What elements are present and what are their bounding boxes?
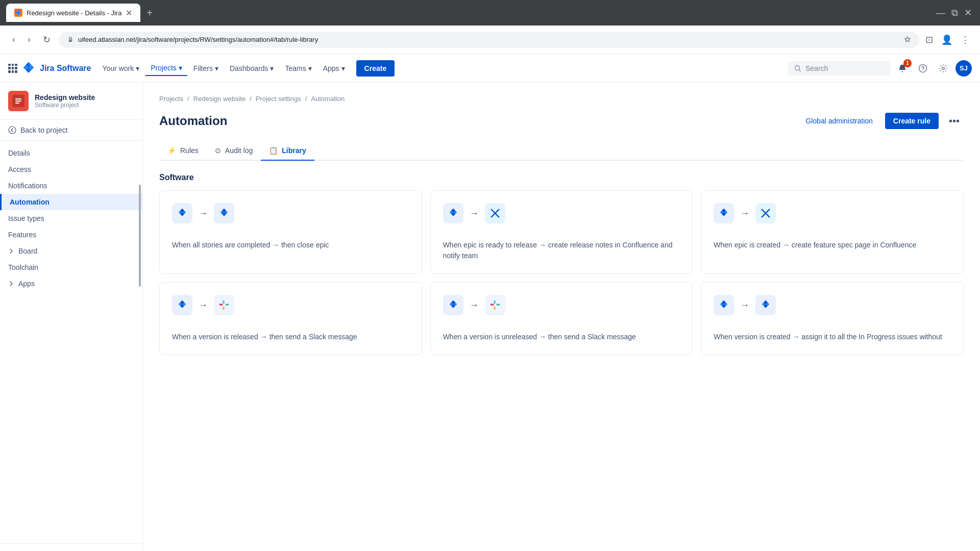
extensions-btn[interactable]: ⊡ — [923, 32, 935, 47]
svg-rect-23 — [494, 307, 496, 308]
details-label: Details — [8, 149, 30, 157]
profile-btn[interactable]: 👤 — [939, 32, 954, 47]
card-epic-release[interactable]: → When epic is ready to release → create… — [430, 190, 693, 274]
settings-btn[interactable] — [935, 60, 951, 77]
browser-window-controls: — ⧉ ✕ — [934, 5, 974, 20]
browser-chrome: Redesign website - Details - Jira ✕ + — … — [0, 0, 980, 26]
star-icon[interactable] — [904, 36, 911, 43]
page-header-actions: Global administration Create rule ••• — [799, 113, 964, 129]
automation-tabs: ⚡ Rules ⊙ Audit log 📋 Library — [159, 141, 964, 161]
create-button[interactable]: Create — [356, 60, 395, 77]
svg-rect-22 — [496, 304, 498, 306]
sidebar-item-issue-types[interactable]: Issue types — [0, 210, 142, 227]
breadcrumb: Projects / Redesign website / Project se… — [159, 95, 964, 103]
sidebar-item-automation[interactable]: Automation — [0, 194, 142, 210]
jira-action-icon — [214, 203, 234, 223]
confluence-x-icon-2 — [760, 208, 771, 219]
more-options-btn[interactable]: ••• — [945, 113, 964, 129]
browser-tab[interactable]: Redesign website - Details - Jira ✕ — [6, 4, 140, 22]
back-to-project-btn[interactable]: Back to project — [0, 120, 142, 141]
sidebar-item-access[interactable]: Access — [0, 161, 142, 178]
card-version-released-slack[interactable]: → When a versio — [159, 282, 422, 355]
audit-log-icon: ⊙ — [215, 146, 221, 155]
tab-rules-label: Rules — [180, 146, 199, 155]
card-version-created-text: When version is created → assign it to a… — [714, 332, 951, 342]
nav-your-work[interactable]: Your work ▾ — [97, 61, 144, 76]
tab-library-label: Library — [282, 146, 306, 155]
svg-rect-19 — [494, 308, 496, 310]
tab-rules[interactable]: ⚡ Rules — [159, 141, 207, 161]
access-label: Access — [8, 165, 31, 173]
jira-diamond-icon — [177, 208, 188, 219]
arrow-icon-3: → — [740, 208, 749, 219]
apps-sidebar-label: Apps — [18, 280, 35, 288]
reload-btn[interactable]: ↻ — [39, 32, 55, 47]
svg-rect-13 — [223, 303, 225, 304]
card-epic-created-text: When epic is created → create feature sp… — [714, 240, 951, 251]
sidebar-item-notifications[interactable]: Notifications — [0, 178, 142, 194]
arrow-icon-4: → — [199, 300, 208, 311]
tab-audit-log[interactable]: ⊙ Audit log — [207, 141, 261, 161]
search-box[interactable]: Search — [788, 61, 890, 76]
back-icon — [8, 126, 16, 134]
create-rule-btn[interactable]: Create rule — [885, 113, 939, 129]
sidebar-item-toolchain[interactable]: Toolchain — [0, 259, 142, 276]
lock-icon — [67, 36, 74, 43]
card-stories-close[interactable]: → When all stories are com — [159, 190, 422, 274]
topbar-right: Search 1 SJ — [788, 60, 972, 77]
card-version-unreleased-slack[interactable]: → When a versio — [430, 282, 693, 355]
sidebar-item-features[interactable]: Features — [0, 227, 142, 243]
global-administration-btn[interactable]: Global administration — [799, 113, 879, 129]
minimize-btn[interactable]: — — [934, 6, 947, 20]
jira-diamond-icon-4 — [177, 299, 188, 311]
arrow-icon-5: → — [470, 300, 479, 311]
nav-dashboards[interactable]: Dashboards ▾ — [225, 61, 279, 76]
breadcrumb-project-settings[interactable]: Project settings — [256, 95, 301, 103]
svg-rect-15 — [223, 307, 225, 308]
user-avatar[interactable]: SJ — [955, 60, 972, 77]
project-icon — [8, 91, 29, 111]
forward-btn[interactable]: › — [23, 32, 35, 47]
svg-rect-21 — [494, 303, 496, 304]
breadcrumb-projects[interactable]: Projects — [159, 95, 183, 103]
cards-row-1: → When all stories are com — [159, 190, 964, 274]
topbar-brand-name: Jira Software — [40, 64, 91, 73]
sidebar-item-board[interactable]: Board — [0, 243, 142, 259]
sidebar-item-apps[interactable]: Apps — [0, 276, 142, 292]
notifications-btn[interactable]: 1 — [894, 60, 911, 77]
jira-logo[interactable]: Jira Software — [8, 61, 91, 76]
menu-btn[interactable]: ⋮ — [959, 32, 972, 47]
grid-menu-icon[interactable] — [8, 64, 17, 73]
tab-title: Redesign website - Details - Jira — [27, 9, 121, 17]
nav-projects[interactable]: Projects ▾ — [145, 61, 187, 76]
issue-types-label: Issue types — [8, 214, 44, 222]
breadcrumb-redesign-website[interactable]: Redesign website — [193, 95, 246, 103]
board-label: Board — [18, 247, 37, 255]
card-version-unreleased-text: When a version is unreleased → then send… — [443, 332, 680, 342]
arrow-icon-6: → — [740, 300, 749, 311]
svg-rect-8 — [219, 304, 222, 306]
tab-library[interactable]: 📋 Library — [261, 141, 314, 161]
card-stories-close-text: When all stories are completed → then cl… — [172, 240, 409, 251]
confluence-x-icon — [489, 208, 501, 219]
tab-close-btn[interactable]: ✕ — [126, 8, 132, 18]
notifications-label: Notifications — [8, 182, 47, 190]
topbar-nav: Your work ▾ Projects ▾ Filters ▾ Dashboa… — [97, 61, 350, 76]
address-bar-row: ‹ › ↻ uifeed.atlassian.net/jira/software… — [0, 26, 980, 54]
new-tab-btn[interactable]: + — [146, 7, 153, 19]
card-epic-created[interactable]: → When epic is created → create feature … — [701, 190, 964, 274]
back-btn[interactable]: ‹ — [8, 32, 19, 47]
svg-rect-11 — [223, 308, 225, 310]
nav-filters[interactable]: Filters ▾ — [188, 61, 224, 76]
close-window-btn[interactable]: ✕ — [962, 5, 974, 20]
restore-btn[interactable]: ⧉ — [949, 6, 960, 20]
nav-apps[interactable]: Apps ▾ — [318, 61, 350, 76]
help-btn[interactable] — [915, 60, 931, 77]
sidebar-item-details[interactable]: Details — [0, 145, 142, 161]
svg-rect-9 — [223, 300, 225, 303]
card-version-created-assign[interactable]: → When version is created — [701, 282, 964, 355]
jira-diamond-icon-2 — [448, 208, 459, 219]
slack-logo-icon-2 — [489, 299, 501, 311]
nav-teams[interactable]: Teams ▾ — [280, 61, 316, 76]
address-bar[interactable]: uifeed.atlassian.net/jira/software/proje… — [59, 32, 919, 48]
